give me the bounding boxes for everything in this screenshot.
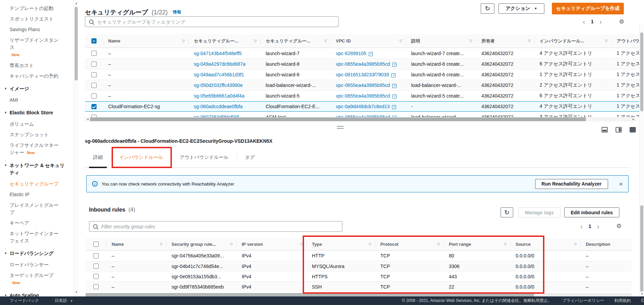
sidebar-section-auto-scaling[interactable]: ▼Auto Scaling: [0, 292, 78, 296]
info-link[interactable]: 情報: [173, 10, 181, 14]
inbound-horizontal-scrollbar-thumb[interactable]: [86, 293, 534, 296]
sidebar-item-lifecycle-manager[interactable]: ライフサイクルマネージャーNew: [0, 142, 78, 156]
rule-checkbox[interactable]: [93, 253, 99, 258]
sidebar-section-network-security[interactable]: ▼ネットワーク & セキュリティ: [0, 162, 78, 176]
sidebar-section-images[interactable]: ▼イメージ: [0, 85, 78, 92]
sort-icon[interactable]: ▽: [572, 242, 577, 246]
settings-gear-icon[interactable]: ⚙: [616, 223, 621, 229]
table-row[interactable]: –sg-050d2032ffc43990eload-balancer-wizar…: [85, 80, 644, 90]
rule-checkbox[interactable]: [93, 284, 99, 289]
sort-icon[interactable]: ▽: [435, 242, 440, 246]
sidebar-section-load-balancing[interactable]: ▼ロードバランシング: [0, 250, 78, 257]
sidebar-item-key-pairs[interactable]: キーペア: [0, 219, 78, 227]
sg-id-link[interactable]: sg-050d2032ffc43990e: [194, 82, 243, 88]
actions-button[interactable]: アクション ▼: [498, 3, 544, 14]
sidebar-item-security-groups[interactable]: セキュリティグループ: [0, 180, 78, 188]
current-page[interactable]: 1: [589, 224, 591, 229]
sg-id-link[interactable]: sg-060adccddeae0fbfa: [194, 104, 242, 109]
vpc-link[interactable]: vpc-0816513d233f79039: [336, 72, 389, 77]
rule-checkbox[interactable]: [93, 274, 99, 279]
sort-icon[interactable]: ▽: [397, 39, 402, 43]
sg-id-link[interactable]: sg-049aad7c456b1d3f1: [194, 72, 244, 77]
rule-checkbox[interactable]: [93, 264, 99, 269]
main-scrollbar[interactable]: ▼: [639, 24, 644, 296]
sort-icon[interactable]: ▽: [603, 39, 608, 43]
table-row[interactable]: CloudFormation-EC2-sgsg-060adccddeae0fbf…: [85, 101, 644, 112]
horizontal-scrollbar[interactable]: ◄ ►: [85, 117, 636, 122]
table-scrollbar-thumb[interactable]: [640, 33, 643, 111]
select-all-checkbox[interactable]: [91, 38, 97, 43]
tab-details[interactable]: 詳細: [85, 147, 111, 167]
sidebar-item-target-groups[interactable]: ターゲットグループNew: [0, 272, 78, 287]
select-all-checkbox[interactable]: [93, 242, 99, 247]
next-page-icon[interactable]: ›: [599, 18, 602, 25]
table-row[interactable]: –sg-047143b44f548eff5launch-wizard-7vpc-…: [85, 48, 644, 59]
feedback-link[interactable]: フィードバック: [10, 298, 39, 304]
table-row[interactable]: –sg-049aad7c456b1d3f1launch-wizard-6vpc-…: [85, 69, 644, 80]
layout-bottom-panel-icon[interactable]: [602, 127, 608, 132]
sort-icon[interactable]: ▽: [526, 39, 531, 43]
next-page-icon[interactable]: ›: [597, 223, 599, 230]
vpc-link[interactable]: vpc-0655ea4a3985b95cd: [336, 82, 390, 88]
sort-icon[interactable]: ▽: [322, 39, 327, 43]
vpc-link[interactable]: vpc-0655ea4a3985b95cd: [336, 61, 390, 67]
sidebar-item-snapshots[interactable]: スナップショット: [0, 131, 78, 138]
terms-link[interactable]: 利用規約: [614, 298, 631, 304]
vpc-link[interactable]: vpc-62899105: [336, 51, 366, 56]
layout-side-panel-icon[interactable]: [616, 127, 622, 132]
tab-tags[interactable]: タグ: [237, 147, 263, 167]
rules-filter-input[interactable]: [101, 224, 338, 230]
scroll-right-icon[interactable]: ►: [631, 117, 636, 122]
sort-icon[interactable]: ▽: [298, 242, 303, 246]
row-checkbox[interactable]: [91, 62, 97, 67]
sidebar-scrollbar-thumb[interactable]: [75, 7, 78, 80]
row-checkbox[interactable]: [91, 104, 97, 109]
scroll-up-icon[interactable]: ▲: [74, 1, 79, 6]
create-security-group-button[interactable]: セキュリティグループを作成: [552, 3, 624, 14]
sidebar-item-ami[interactable]: AMI: [0, 97, 78, 104]
sidebar-item-dedicated-hosts[interactable]: 専有ホスト: [0, 62, 78, 69]
current-page[interactable]: 1: [591, 19, 594, 24]
refresh-button[interactable]: ↻: [481, 3, 494, 14]
prev-page-icon[interactable]: ‹: [583, 18, 585, 25]
cookie-settings-link[interactable]: Cookie の設定: [641, 298, 644, 304]
sg-id-link[interactable]: sg-047143b44f548eff5: [194, 51, 242, 56]
sidebar-item-spot-requests[interactable]: スポットリクエスト: [0, 15, 78, 23]
sidebar-item-launch-templates[interactable]: テンプレートの起動: [0, 5, 78, 12]
scroll-down-icon[interactable]: ▼: [640, 292, 644, 296]
settings-gear-icon[interactable]: ⚙: [619, 19, 624, 25]
vpc-link[interactable]: vpc-0a9d448dcb7c6ed13: [336, 104, 390, 109]
sort-icon[interactable]: ▽: [228, 242, 233, 246]
sort-icon[interactable]: ▽: [180, 39, 185, 43]
rule-row[interactable]: –sgr-04b41c7c748d54e...IPv4MYSQL/AuroraT…: [86, 261, 632, 271]
sg-id-link[interactable]: sg-049a4297dc6bd887a: [194, 61, 245, 67]
scroll-down-icon[interactable]: ▼: [74, 290, 79, 295]
sidebar-item-network-interfaces[interactable]: ネットワークインターフェイス: [0, 230, 78, 244]
privacy-policy-link[interactable]: プライバシーポリシー: [562, 298, 604, 304]
rule-row[interactable]: –sgr-04756a405e33a09...IPv4HTTPTCP800.0.…: [86, 251, 632, 261]
sort-icon[interactable]: ▽: [468, 39, 472, 43]
table-row[interactable]: –sg-049a4297dc6bd887alaunch-wizard-8vpc-…: [85, 59, 644, 69]
inbound-horizontal-scrollbar[interactable]: [86, 293, 632, 296]
table-row[interactable]: –sg-05e69b6661a0d4f4alaunch-wizard-5vpc-…: [85, 90, 644, 101]
tab-inbound-rules[interactable]: インバウンドルール: [111, 147, 172, 167]
rule-row[interactable]: –sgr-0d9f785340b885eebIPv4SSHTCP220.0.0.…: [86, 281, 632, 292]
sidebar-section-elastic-block-store[interactable]: ▼Elastic Block Store: [0, 109, 78, 116]
detail-scrollbar-thumb[interactable]: [640, 205, 643, 292]
rule-row[interactable]: –sgr-0e09153a155db3...IPv4HTTPSTCP4430.0…: [86, 271, 632, 281]
row-checkbox[interactable]: [91, 72, 97, 77]
rules-filter[interactable]: [89, 221, 342, 232]
run-reachability-analyzer-button[interactable]: Run Reachability Analyzer: [535, 179, 608, 189]
security-group-filter-input[interactable]: [97, 19, 334, 25]
sort-icon[interactable]: ▽: [158, 242, 163, 246]
manage-tags-button[interactable]: Manage tags: [518, 207, 560, 217]
prev-page-icon[interactable]: ‹: [580, 223, 583, 230]
language-selector[interactable]: 日本語 ▼: [55, 298, 73, 304]
security-group-filter[interactable]: [85, 16, 339, 27]
sidebar-item-placement-groups[interactable]: プレイスメントグループ: [0, 202, 78, 216]
sg-id-link[interactable]: sg-05e69b6661a0d4f4a: [194, 93, 244, 99]
sidebar-item-savings-plans[interactable]: Savings Plans: [0, 26, 78, 33]
row-checkbox[interactable]: [91, 93, 97, 99]
sidebar-item-elastic-ip[interactable]: Elastic IP: [0, 191, 78, 198]
vpc-link[interactable]: vpc-0655ea4a3985b95cd: [336, 93, 390, 99]
